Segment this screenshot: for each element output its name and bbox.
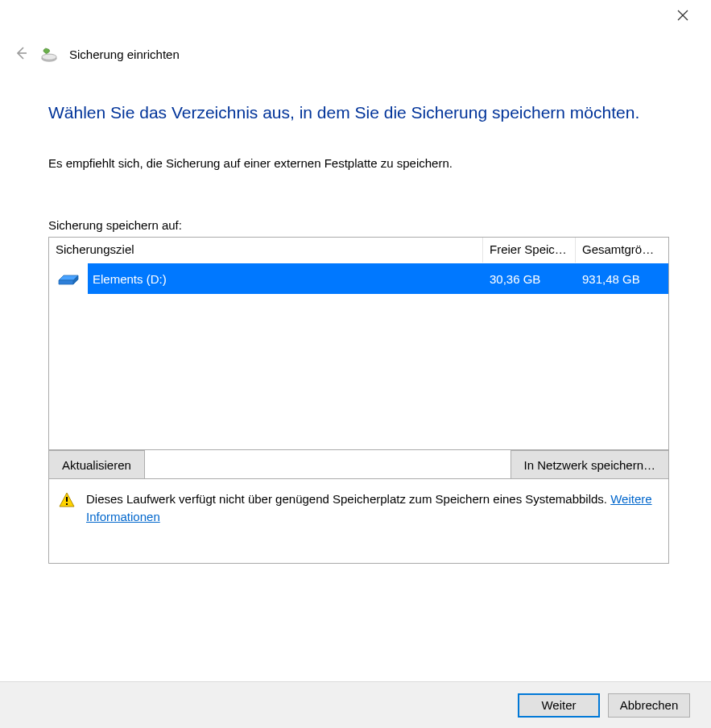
column-header-target[interactable]: Sicherungsziel (49, 238, 483, 263)
close-button[interactable] (677, 10, 695, 27)
svg-point-4 (42, 54, 56, 60)
drive-list[interactable]: Sicherungsziel Freier Speic… Gesamtgrö… … (48, 237, 669, 450)
refresh-button[interactable]: Aktualisieren (49, 450, 145, 479)
svg-marker-6 (59, 280, 73, 284)
backup-icon (40, 46, 58, 64)
wizard-header: Sicherung einrichten (13, 45, 698, 64)
warning-text: Dieses Laufwerk verfügt nicht über genüg… (86, 490, 659, 526)
back-arrow-icon[interactable] (13, 45, 29, 64)
wizard-title: Sicherung einrichten (69, 48, 180, 61)
svg-rect-10 (66, 503, 68, 505)
drive-name: Elements (D:) (88, 263, 483, 294)
warning-panel: Dieses Laufwerk verfügt nicht über genüg… (48, 479, 669, 564)
warning-icon (59, 492, 75, 508)
content-area: Wählen Sie das Verzeichnis aus, in dem S… (48, 101, 669, 564)
backup-wizard-window: Sicherung einrichten Wählen Sie das Verz… (0, 0, 711, 728)
drive-row[interactable]: Elements (D:) 30,36 GB 931,48 GB (49, 263, 668, 294)
drive-total-size: 931,48 GB (576, 263, 668, 294)
warning-message: Dieses Laufwerk verfügt nicht über genüg… (86, 492, 610, 506)
save-network-button[interactable]: In Netzwerk speichern… (511, 450, 668, 479)
spacer (145, 450, 511, 479)
cancel-button[interactable]: Abbrechen (608, 693, 690, 718)
svg-rect-9 (66, 497, 68, 502)
drive-list-label: Sicherung speichern auf: (48, 218, 669, 232)
column-header-total[interactable]: Gesamtgrö… (576, 238, 668, 263)
drive-action-row: Aktualisieren In Netzwerk speichern… (48, 450, 669, 479)
wizard-footer: Weiter Abbrechen (0, 681, 711, 728)
main-heading: Wählen Sie das Verzeichnis aus, in dem S… (48, 101, 669, 124)
drive-icon (49, 263, 88, 294)
drive-free-space: 30,36 GB (483, 263, 576, 294)
next-button[interactable]: Weiter (518, 693, 600, 718)
recommendation-text: Es empfiehlt sich, die Sicherung auf ein… (48, 156, 669, 170)
drive-list-header[interactable]: Sicherungsziel Freier Speic… Gesamtgrö… (49, 238, 668, 263)
column-header-free[interactable]: Freier Speic… (483, 238, 576, 263)
